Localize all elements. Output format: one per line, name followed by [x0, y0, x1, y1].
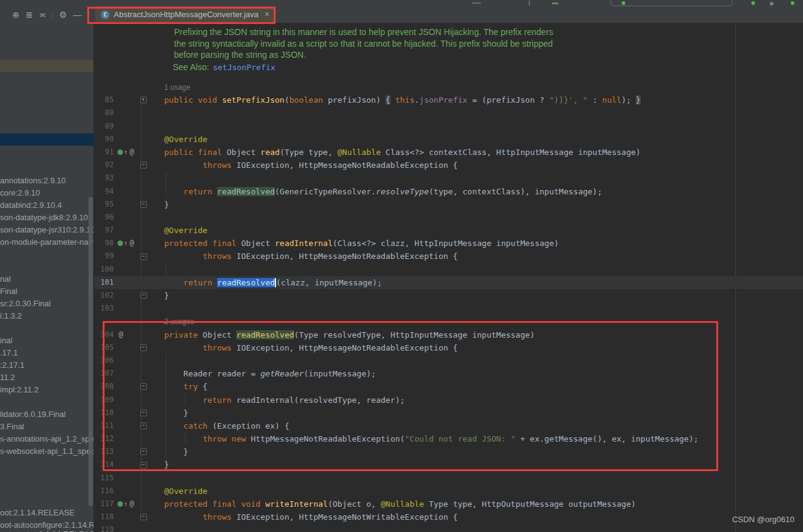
code-token: readResolved	[217, 278, 275, 287]
fold-marker-icon[interactable]: −	[140, 201, 147, 208]
hide-icon[interactable]: —	[73, 10, 82, 19]
run-config-box[interactable]	[611, 0, 732, 6]
line-number: 93	[94, 172, 114, 185]
sidebar-scrollbar[interactable]	[89, 197, 93, 506]
dependency-item[interactable]: databind:2.9.10.4	[0, 199, 94, 212]
line-number: 112	[94, 432, 114, 445]
dependency-item[interactable]: s-annotations-api_1.2_spec	[0, 433, 94, 445]
code-token: throws	[203, 343, 232, 352]
code-token: writeInternal	[265, 499, 328, 509]
sidebar-selected-row[interactable]	[0, 133, 94, 146]
overriding-method-icon[interactable]	[117, 240, 123, 246]
fold-marker-icon[interactable]: −	[140, 344, 147, 351]
fold-marker-icon[interactable]: +	[140, 97, 147, 103]
code-row: 89	[94, 120, 803, 133]
code-token: (type, contextClass), inputMessage);	[429, 187, 603, 196]
debug-icon[interactable]	[751, 1, 755, 5]
dependency-item[interactable]: oot-starter:2.1.14.RELEASE	[0, 528, 94, 532]
code-token: throws	[203, 512, 232, 522]
dependency-item[interactable]: 3.Final	[0, 421, 94, 433]
code-token: @Nullable	[338, 148, 381, 157]
code-token: prefixJson)	[323, 95, 386, 105]
fold-marker-icon[interactable]: −	[140, 292, 147, 299]
usages-inlay[interactable]: 1 usage	[164, 83, 191, 92]
annotation-gutter-icon[interactable]: @	[130, 146, 134, 159]
dependency-item[interactable]: core:2.9.10	[0, 187, 94, 199]
code-token: throws	[203, 252, 232, 261]
fold-marker-icon[interactable]: −	[140, 253, 147, 260]
dependency-item[interactable]: son-datatype-jdk8:2.9.10	[0, 212, 94, 224]
toolbar-fragment	[552, 2, 558, 4]
overriding-method-icon[interactable]	[117, 149, 123, 155]
fold-marker-icon[interactable]: −	[140, 423, 147, 429]
fold-marker-icon[interactable]: −	[140, 162, 147, 169]
code-row: 114−}	[94, 458, 803, 471]
run-icon[interactable]	[622, 1, 625, 5]
fold-marker-icon[interactable]: −	[140, 410, 147, 416]
dependency-item[interactable]: s-websocket-api_1.1_spec:	[0, 445, 94, 458]
code-token	[164, 278, 183, 287]
code-token	[193, 95, 198, 105]
dependency-item[interactable]: impl:2.11.2	[0, 384, 94, 396]
code-row: 99− throws IOException, HttpMessageNotRe…	[94, 250, 803, 263]
line-number: 105	[94, 341, 114, 354]
code-row: 107 Reader reader = getReader(inputMessa…	[94, 367, 803, 380]
code-row: 116@Override	[94, 485, 803, 498]
code-editor[interactable]: Prefixing the JSON string in this manner…	[94, 23, 803, 532]
toolbar-icon[interactable]	[770, 2, 773, 6]
usages-inlay[interactable]: 2 usages	[164, 317, 194, 326]
dependency-item[interactable]: sr:2.0.30.Final	[0, 298, 94, 310]
see-also-link[interactable]: setJsonPrefix	[213, 63, 275, 72]
fold-marker-icon[interactable]: −	[140, 514, 147, 520]
line-number: 96	[94, 211, 114, 224]
run-green-icon[interactable]	[791, 1, 794, 5]
usages-inlay-row: 1 usage	[94, 81, 803, 93]
settings-icon[interactable]: ⚙	[59, 10, 67, 19]
code-row: 108− try {	[94, 380, 803, 393]
dependency-item[interactable]: 11.2	[0, 371, 94, 384]
code-token: resolveType	[376, 187, 429, 196]
dependency-item[interactable]: inal	[0, 335, 94, 347]
code-token: jsonPrefix	[419, 95, 467, 105]
line-number: 100	[94, 263, 114, 276]
code-token: }	[164, 200, 169, 209]
line-number: 110	[94, 407, 114, 419]
dependency-item[interactable]: i:1.3.2	[0, 310, 94, 322]
code-token: void	[198, 95, 217, 105]
annotation-gutter-icon[interactable]: @	[119, 328, 123, 341]
dependency-item[interactable]: .17.1	[0, 347, 94, 359]
annotation-gutter-icon[interactable]: @	[130, 498, 134, 510]
dependency-item[interactable]: :2.17.1	[0, 359, 94, 371]
line-number: 107	[94, 367, 114, 380]
dependency-item[interactable]: nal	[0, 273, 94, 285]
fold-marker-icon[interactable]: −	[140, 462, 147, 469]
editor-tab[interactable]: C AbstractJsonHttpMessageConverter.java …	[95, 6, 276, 23]
code-token: @Nullable	[381, 499, 424, 509]
line-number: 94	[94, 185, 114, 198]
expand-all-icon[interactable]: ≣	[26, 10, 33, 19]
code-token	[193, 148, 198, 157]
code-token: }	[164, 291, 169, 300]
fold-marker-icon[interactable]: −	[140, 448, 147, 455]
fold-marker-icon[interactable]: −	[140, 383, 147, 390]
dependency-item[interactable]: on-module-parameter-nam	[0, 236, 94, 248]
code-token: read	[261, 148, 280, 157]
code-token: .	[414, 95, 419, 105]
code-token	[212, 187, 217, 196]
collapse-all-icon[interactable]: ≍	[39, 10, 46, 19]
annotation-gutter-icon[interactable]: @	[130, 237, 134, 250]
code-token: this	[395, 95, 414, 105]
sidebar-hovered-row[interactable]	[0, 60, 94, 72]
code-token	[164, 252, 203, 261]
dependency-item[interactable]: Final	[0, 285, 94, 298]
dependency-item[interactable]: son-datatype-jsr310:2.9.10	[0, 224, 94, 236]
locate-icon[interactable]: ⊕	[12, 10, 20, 19]
code-token	[217, 95, 222, 105]
tab-close-icon[interactable]: ✕	[264, 10, 270, 18]
dependency-item[interactable]: annotations:2.9.10	[0, 175, 94, 187]
dependencies-sidebar[interactable]: annotations:2.9.10core:2.9.10databind:2.…	[0, 23, 94, 532]
overriding-method-icon[interactable]	[117, 501, 123, 507]
code-token: protected	[164, 499, 207, 509]
dependency-item[interactable]: lidator:6.0.19.Final	[0, 408, 94, 421]
dependency-item[interactable]: oot:2.1.14.RELEASE	[0, 507, 94, 519]
